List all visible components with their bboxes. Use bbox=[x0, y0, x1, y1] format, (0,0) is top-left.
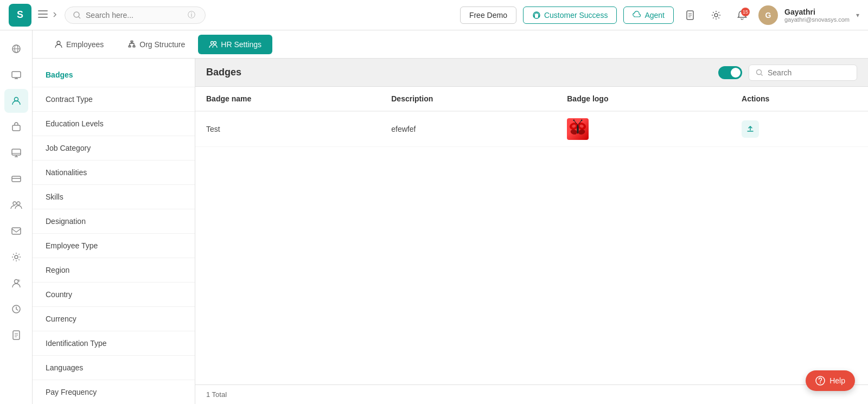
help-button[interactable]: Help bbox=[806, 370, 855, 391]
search-info-icon: ⓘ bbox=[188, 10, 195, 20]
page-title: Badges bbox=[206, 67, 718, 78]
description-cell: efewfef bbox=[380, 111, 556, 147]
table-footer: 1 Total bbox=[195, 384, 868, 404]
main-content-area: Employees Org Structure HR Settings Badg… bbox=[33, 30, 868, 404]
contract-type-item[interactable]: Contract Type bbox=[33, 87, 195, 112]
svg-point-3 bbox=[74, 12, 79, 17]
svg-rect-12 bbox=[12, 72, 21, 78]
svg-rect-2 bbox=[38, 17, 48, 18]
table-row: Test efewfef bbox=[195, 111, 868, 147]
svg-rect-16 bbox=[12, 125, 20, 131]
sidebar-icon-briefcase[interactable] bbox=[4, 115, 28, 139]
identification-type-item[interactable]: Identification Type bbox=[33, 331, 195, 356]
svg-point-38 bbox=[757, 69, 762, 74]
hr-settings-tab[interactable]: HR Settings bbox=[198, 35, 272, 54]
help-icon bbox=[815, 376, 825, 386]
svg-point-42 bbox=[578, 129, 586, 135]
sidebar-icon-clock[interactable] bbox=[4, 297, 28, 321]
sidebar-icon-gear[interactable] bbox=[4, 245, 28, 269]
org-tab-icon bbox=[127, 40, 136, 49]
hr-tab-icon bbox=[209, 40, 218, 49]
badge-name-cell: Test bbox=[195, 111, 380, 147]
nationalities-item[interactable]: Nationalities bbox=[33, 161, 195, 185]
butterfly-icon bbox=[568, 119, 588, 139]
designation-item[interactable]: Designation bbox=[33, 209, 195, 234]
user-dropdown-icon[interactable]: ▾ bbox=[856, 11, 859, 19]
svg-point-41 bbox=[570, 129, 578, 135]
content-panel: Badges bbox=[195, 59, 868, 404]
svg-rect-1 bbox=[38, 14, 48, 15]
actions-cell bbox=[731, 111, 868, 147]
toggle-switch[interactable] bbox=[718, 66, 742, 79]
sidebar-icon-globe[interactable] bbox=[4, 37, 28, 61]
badge-logo-image bbox=[567, 118, 589, 140]
avatar: G bbox=[758, 5, 778, 25]
customer-success-button[interactable]: Customer Success bbox=[523, 7, 617, 24]
svg-point-26 bbox=[15, 255, 18, 259]
svg-point-49 bbox=[820, 382, 821, 383]
svg-point-27 bbox=[14, 280, 18, 284]
currency-item[interactable]: Currency bbox=[33, 307, 195, 331]
employees-tab-icon bbox=[54, 40, 63, 49]
user-info: Gayathri gayathri@snovasys.com bbox=[784, 8, 850, 23]
col-actions: Actions bbox=[731, 87, 868, 111]
region-item[interactable]: Region bbox=[33, 258, 195, 283]
skills-item[interactable]: Skills bbox=[33, 185, 195, 209]
sidebar-icon-file[interactable] bbox=[4, 323, 28, 347]
education-levels-item[interactable]: Education Levels bbox=[33, 112, 195, 136]
document-button[interactable] bbox=[680, 5, 700, 25]
sidebar-icon-person[interactable] bbox=[4, 89, 28, 113]
settings-icon bbox=[711, 10, 722, 21]
employees-tab[interactable]: Employees bbox=[43, 35, 114, 54]
content-search-icon bbox=[756, 69, 763, 76]
search-icon bbox=[73, 11, 81, 20]
svg-text:+: + bbox=[18, 278, 20, 282]
svg-rect-5 bbox=[534, 15, 535, 17]
sidebar-icon-user2[interactable]: + bbox=[4, 271, 28, 295]
pay-frequency-item[interactable]: Pay Frequency bbox=[33, 380, 195, 404]
headset-icon bbox=[532, 11, 541, 20]
global-search[interactable]: ⓘ bbox=[65, 7, 206, 24]
sidebar-icon-tv[interactable] bbox=[4, 63, 28, 87]
main-layout: + Employees Org Structure HR Settings bbox=[0, 30, 868, 404]
svg-point-8 bbox=[714, 14, 718, 17]
free-demo-button[interactable]: Free Demo bbox=[460, 7, 516, 24]
col-badge-name: Badge name bbox=[195, 87, 380, 111]
svg-point-24 bbox=[17, 202, 20, 205]
main-tabs: Employees Org Structure HR Settings bbox=[33, 30, 868, 59]
svg-rect-6 bbox=[538, 15, 539, 17]
document-icon bbox=[685, 10, 695, 21]
svg-rect-17 bbox=[12, 149, 21, 155]
collapse-button[interactable] bbox=[38, 9, 58, 21]
svg-point-47 bbox=[581, 119, 583, 121]
sidebar-icon-monitor[interactable] bbox=[4, 141, 28, 165]
job-category-item[interactable]: Job Category bbox=[33, 136, 195, 161]
col-badge-logo: Badge logo bbox=[556, 87, 731, 111]
sidebar-icons: + bbox=[0, 30, 33, 404]
edit-action-button[interactable] bbox=[742, 120, 759, 138]
notification-badge: 15 bbox=[741, 8, 750, 16]
badges-item[interactable]: Badges bbox=[33, 63, 195, 87]
total-count: 1 Total bbox=[206, 390, 227, 399]
agent-button[interactable]: Agent bbox=[623, 7, 674, 24]
employee-type-item[interactable]: Employee Type bbox=[33, 234, 195, 258]
sidebar-icon-card[interactable] bbox=[4, 167, 28, 191]
badges-table: Badge name Description Badge logo Action… bbox=[195, 87, 868, 384]
col-description: Description bbox=[380, 87, 556, 111]
content-search-input[interactable] bbox=[768, 68, 844, 77]
sidebar-icon-mail[interactable] bbox=[4, 219, 28, 243]
country-item[interactable]: Country bbox=[33, 283, 195, 307]
cloud-icon bbox=[633, 11, 641, 20]
svg-rect-25 bbox=[12, 228, 21, 234]
content-search[interactable] bbox=[749, 65, 857, 81]
svg-point-36 bbox=[211, 41, 214, 44]
settings-button[interactable] bbox=[706, 5, 726, 25]
org-structure-tab[interactable]: Org Structure bbox=[117, 35, 196, 54]
inner-layout: Badges Contract Type Education Levels Jo… bbox=[33, 59, 868, 404]
sidebar-icon-group[interactable] bbox=[4, 193, 28, 217]
svg-point-23 bbox=[13, 202, 16, 205]
languages-item[interactable]: Languages bbox=[33, 356, 195, 380]
notifications-button[interactable]: 15 bbox=[732, 5, 752, 25]
svg-rect-0 bbox=[38, 10, 48, 11]
search-input[interactable] bbox=[86, 11, 183, 20]
